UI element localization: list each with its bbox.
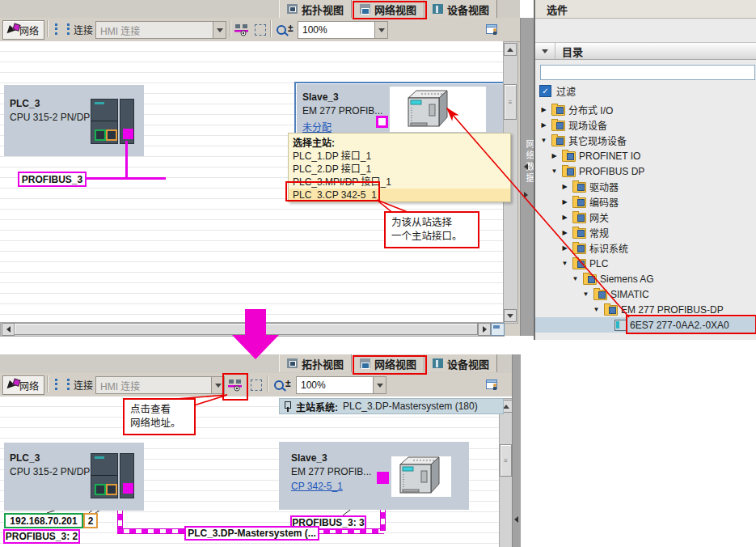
network-data-strip[interactable]: 网络数据 — [520, 18, 534, 336]
master-option[interactable]: PLC_1.DP 接口_1 — [289, 150, 510, 163]
master-option[interactable]: PLC_3.MPI/DP 接口_1 — [289, 176, 510, 189]
network-mode-button[interactable]: 网络 — [2, 375, 44, 395]
tree-chevron-icon[interactable]: ▼ — [550, 167, 559, 175]
em277-device-icon[interactable] — [402, 88, 452, 130]
overview-navigator-icon[interactable] — [491, 323, 505, 336]
catalog-tree-item[interactable]: ▶常规 — [535, 225, 756, 240]
tab-device-view[interactable]: 设备视图 — [424, 0, 497, 18]
plc3-device-graphic[interactable] — [91, 99, 134, 142]
master-option[interactable]: PLC_3.CP 342-5_1 — [289, 189, 510, 201]
ip-address-label[interactable]: 192.168.70.201 — [4, 513, 83, 528]
tab-network-view[interactable]: 网络视图 — [352, 0, 424, 18]
tab-network-view[interactable]: 网络视图 — [352, 354, 424, 372]
scrollbar-thumb[interactable]: ≡ — [504, 84, 517, 120]
connection-type-select[interactable]: HMI 连接 — [95, 21, 226, 39]
catalog-tree-item[interactable]: ▶分布式 I/O — [535, 102, 756, 117]
splitter-left-icon[interactable] — [524, 163, 528, 170]
slave3-station[interactable]: Slave_3 EM 277 PROFIB... CP 342-5_1 — [279, 442, 469, 510]
tree-chevron-icon[interactable]: ▼ — [581, 290, 590, 298]
tree-chevron-icon[interactable]: ▶ — [560, 183, 569, 190]
slave3-interface-link[interactable]: CP 342-5_1 — [291, 481, 343, 492]
catalog-tree-item[interactable]: ▼SIMATIC — [535, 286, 756, 302]
connection-type-select[interactable]: HMI 连接 — [95, 376, 225, 394]
mastersystem-name-label[interactable]: PLC_3.DP-Mastersystem (... — [184, 526, 319, 541]
catalog-tree-item[interactable]: ▼其它现场设备 — [535, 133, 756, 148]
ethernet-port[interactable] — [95, 484, 106, 495]
dp-address-label[interactable]: 2 — [83, 513, 98, 528]
plc3-station[interactable]: PLC_3 CPU 315-2 PN/DP — [4, 85, 144, 156]
catalog-tree-item[interactable]: ▼PROFIBUS DP — [535, 163, 756, 179]
plc3-station[interactable]: PLC_3 CPU 315-2 PN/DP — [4, 443, 144, 511]
catalog-palette-header[interactable]: 目录 — [535, 42, 756, 60]
tree-chevron-icon[interactable]: ▼ — [539, 137, 548, 144]
splitter-right-icon[interactable] — [524, 192, 528, 198]
tree-chevron-icon[interactable]: ▼ — [592, 306, 601, 313]
scroll-left-button[interactable] — [2, 323, 15, 336]
window-settings-button[interactable] — [484, 376, 500, 393]
catalog-tree-item[interactable]: 6ES7 277-0AA2.-0XA0 — [535, 317, 756, 333]
connections-button[interactable]: 连接 — [50, 20, 98, 38]
slave3-assign-link[interactable]: 未分配 — [302, 120, 332, 134]
tab-topology-view[interactable]: 拓扑视图 — [279, 354, 352, 372]
tree-chevron-icon[interactable]: ▼ — [560, 260, 569, 267]
tree-chevron-icon[interactable]: ▼ — [571, 275, 580, 282]
catalog-search-input[interactable] — [540, 65, 755, 80]
profibus-subnet-label[interactable]: PROFIBUS_3 — [18, 172, 87, 187]
catalog-tree-item[interactable]: ▶网关 — [535, 210, 756, 225]
mpidp-port[interactable] — [106, 484, 117, 495]
master-option[interactable]: PLC_2.DP 接口_1 — [289, 163, 510, 176]
dropdown-arrow-icon[interactable] — [211, 377, 224, 393]
dropdown-arrow-icon[interactable] — [374, 22, 387, 38]
tree-chevron-icon[interactable]: ▶ — [560, 198, 569, 206]
catalog-tree-item[interactable]: ▶标识系统 — [535, 240, 756, 256]
network-canvas-top[interactable]: PLC_3 CPU 315-2 PN/DP PROFIBUS_3 Slave_3 — [0, 41, 503, 322]
em277-device-icon[interactable] — [394, 455, 444, 497]
zoom-fit-icon[interactable]: ± — [285, 378, 291, 389]
catalog-tree-item[interactable]: ▶驱动器 — [535, 179, 756, 194]
tree-chevron-icon[interactable]: ▶ — [539, 121, 548, 129]
profibus-address-label-plc[interactable]: PROFIBUS_3: 2 — [3, 529, 80, 544]
profibus-port[interactable] — [123, 483, 133, 494]
zoom-fit-icon[interactable]: ± — [288, 23, 294, 34]
tab-topology-view[interactable]: 拓扑视图 — [279, 0, 352, 18]
dropdown-arrow-icon[interactable] — [373, 377, 386, 393]
catalog-tree-item[interactable]: ▶现场设备 — [535, 117, 756, 133]
ethernet-port[interactable] — [95, 129, 106, 141]
window-settings-button[interactable] — [484, 21, 500, 38]
network-mode-button[interactable]: 网络 — [2, 20, 44, 40]
collapse-chevron-icon[interactable] — [542, 49, 548, 53]
zoom-button[interactable] — [272, 21, 289, 38]
slave3-dp-port[interactable] — [377, 472, 389, 484]
tree-chevron-icon[interactable]: ▶ — [560, 244, 569, 252]
tab-device-view[interactable]: 设备视图 — [424, 354, 497, 372]
catalog-tree-item[interactable]: ▼PLC — [535, 256, 756, 271]
scroll-down-button[interactable] — [504, 309, 517, 322]
tree-chevron-icon[interactable]: ▶ — [550, 152, 559, 159]
zoom-button[interactable] — [270, 376, 287, 393]
filter-checkbox[interactable]: ✓ — [539, 85, 551, 97]
master-system-bar[interactable]: 主站系统: PLC_3.DP-Mastersystem (180) — [279, 398, 504, 414]
page-grid-button[interactable] — [251, 21, 268, 38]
zoom-level-select[interactable]: 100% — [296, 376, 386, 394]
catalog-tree-item[interactable]: ▼Siemens AG — [535, 271, 756, 286]
tree-chevron-icon[interactable]: ▶ — [560, 229, 569, 236]
tree-chevron-icon[interactable]: ▶ — [560, 214, 569, 221]
tree-chevron-icon[interactable]: ▶ — [539, 106, 548, 113]
page-grid-button[interactable] — [247, 376, 264, 393]
catalog-tree-item[interactable]: ▼EM 277 PROFIBUS-DP — [535, 302, 756, 317]
splitter-left-icon[interactable] — [514, 516, 518, 523]
connections-button[interactable]: 连接 — [50, 375, 98, 393]
plc3-device-graphic[interactable] — [91, 453, 134, 497]
show-addresses-button[interactable] — [226, 376, 243, 393]
catalog-tree-item[interactable]: ▶编码器 — [535, 194, 756, 210]
mpidp-port[interactable] — [106, 129, 117, 141]
scroll-right-button[interactable] — [478, 323, 491, 336]
profibus-port[interactable] — [123, 129, 133, 139]
scrollbar-thumb[interactable]: ≡ — [500, 444, 512, 477]
show-addresses-button[interactable] — [233, 21, 250, 38]
scroll-up-button[interactable] — [504, 43, 517, 56]
zoom-level-select[interactable]: 100% — [298, 21, 388, 39]
slave3-dp-port[interactable] — [376, 116, 388, 128]
dropdown-arrow-icon[interactable] — [213, 22, 226, 38]
catalog-tree-item[interactable]: ▶PROFINET IO — [535, 148, 756, 163]
